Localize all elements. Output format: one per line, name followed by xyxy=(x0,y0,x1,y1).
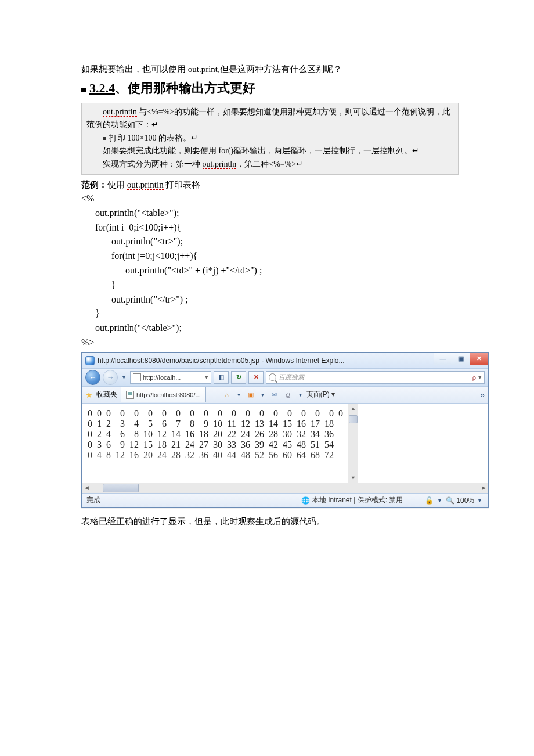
scroll-down-icon[interactable]: ▼ xyxy=(351,473,356,483)
table-cell: 39 xyxy=(252,440,266,450)
table-cell: 0 xyxy=(225,408,239,419)
table-row: 0369121518212427303336394245485154 xyxy=(88,440,345,450)
code-term-2: out.println xyxy=(203,160,237,169)
table-cell: 4 xyxy=(95,450,104,460)
table-cell: 16 xyxy=(183,429,197,440)
refresh-button[interactable]: ↻ xyxy=(231,371,246,384)
table-cell: 12 xyxy=(239,419,252,429)
address-bar[interactable]: http://localh... ▾ xyxy=(130,371,211,384)
toolbar-icons: ⌂▾ ▣▾ ✉ ⎙▾ 页面(P) ▾ xyxy=(221,390,335,400)
search-dropdown-icon[interactable]: ▾ xyxy=(478,373,482,381)
table-cell: 22 xyxy=(225,429,239,440)
table-cell: 15 xyxy=(280,419,294,429)
code-block: <% out.println("<table>"); for(int i=0;i… xyxy=(81,192,459,350)
back-button[interactable]: ← xyxy=(85,370,100,385)
table-cell: 33 xyxy=(225,440,239,450)
table-cell: 30 xyxy=(280,429,294,440)
nav-history-dropdown[interactable]: ▾ xyxy=(120,374,128,380)
example-text-a: 使用 xyxy=(107,180,127,189)
table-cell: 20 xyxy=(211,429,225,440)
ie-icon xyxy=(85,356,95,365)
table-cell: 56 xyxy=(266,450,280,460)
table-cell: 30 xyxy=(211,440,225,450)
section-heading: 3.2.4 、 使用那种输出方式更好 xyxy=(81,80,459,97)
table-cell: 36 xyxy=(197,450,211,460)
scroll-up-icon[interactable]: ▲ xyxy=(351,404,356,413)
page-menu[interactable]: 页面(P) ▾ xyxy=(306,390,335,399)
table-cell: 16 xyxy=(294,419,308,429)
browser-statusbar: 完成 🌐 本地 Intranet | 保护模式: 禁用 🔓 ▾ 🔍 100% ▾ xyxy=(82,493,488,507)
table-cell: 0 xyxy=(280,408,294,419)
overflow-chevron-icon[interactable]: » xyxy=(480,390,485,399)
table-cell: 36 xyxy=(322,429,336,440)
zoom-control[interactable]: 🔍 100% ▾ xyxy=(446,496,484,505)
compat-button[interactable]: ◧ xyxy=(214,371,229,384)
table-cell: 3 xyxy=(95,440,104,450)
table-cell: 8 xyxy=(183,419,197,429)
example-heading: 范例：使用 out.println 打印表格 xyxy=(81,179,459,190)
horizontal-scrollbar[interactable]: ◀ ▶ xyxy=(82,483,488,493)
table-cell: 7 xyxy=(169,419,183,429)
vertical-scrollbar[interactable]: ▲ ▼ xyxy=(348,404,358,483)
table-cell: 8 xyxy=(127,429,141,440)
table-cell: 15 xyxy=(141,440,155,450)
mail-icon[interactable]: ✉ xyxy=(269,390,280,400)
table-cell: 0 xyxy=(141,408,155,419)
window-title: http://localhost:8080/demo/basic/scriptl… xyxy=(98,357,345,365)
table-cell: 48 xyxy=(239,450,252,460)
table-cell: 12 xyxy=(113,450,127,460)
home-icon[interactable]: ⌂ xyxy=(221,390,233,400)
table-cell: 9 xyxy=(197,419,211,429)
explanation-box: out.println 与<%=%>的功能一样，如果要想知道使用那种更加方便，则… xyxy=(81,103,459,175)
table-cell: 12 xyxy=(127,440,141,450)
table-cell: 42 xyxy=(266,440,280,450)
scroll-right-icon[interactable]: ▶ xyxy=(479,485,488,491)
table-cell: 68 xyxy=(308,450,322,460)
table-cell: 6 xyxy=(104,440,113,450)
table-cell: 0 xyxy=(155,408,169,419)
table-cell: 0 xyxy=(95,408,104,419)
table-cell: 64 xyxy=(294,450,308,460)
search-box[interactable]: 百度搜索 ρ ▾ xyxy=(266,371,485,384)
rss-icon[interactable]: ▣ xyxy=(245,390,257,400)
window-close-button[interactable]: ✕ xyxy=(470,353,488,365)
table-cell: 21 xyxy=(169,440,183,450)
address-dropdown-icon[interactable]: ▾ xyxy=(205,373,208,381)
example-label-prefix: 范例： xyxy=(81,180,107,189)
code-term: out.println xyxy=(103,107,137,117)
table-cell: 6 xyxy=(155,419,169,429)
table-cell: 2 xyxy=(104,419,113,429)
stop-button[interactable]: ✕ xyxy=(248,371,264,384)
scroll-thumb[interactable] xyxy=(349,415,358,423)
heading-title: 使用那种输出方式更好 xyxy=(128,80,255,97)
explanation-line-3: 如果要想完成此功能，则要使用 for()循环输出，两层循环，一层控制行，一层控制… xyxy=(86,145,453,157)
forward-button[interactable]: → xyxy=(103,370,118,385)
table-cell: 0 xyxy=(127,408,141,419)
table-cell: 24 xyxy=(183,440,197,450)
window-minimize-button[interactable]: — xyxy=(434,353,452,365)
table-cell: 1 xyxy=(95,419,104,429)
page-icon xyxy=(133,373,141,381)
table-cell: 0 xyxy=(88,440,95,450)
list-bullet-icon xyxy=(103,137,106,140)
table-cell: 0 xyxy=(322,408,336,419)
table-cell: 0 xyxy=(336,408,345,419)
hscroll-thumb[interactable] xyxy=(103,484,139,492)
scroll-left-icon[interactable]: ◀ xyxy=(82,485,91,491)
status-done: 完成 xyxy=(86,495,100,505)
print-icon[interactable]: ⎙ xyxy=(283,390,294,400)
window-maximize-button[interactable]: ▣ xyxy=(452,353,470,365)
example-text-c: 打印表格 xyxy=(164,180,201,189)
table-cell: 0 xyxy=(113,408,127,419)
table-cell: 0 xyxy=(252,408,266,419)
table-cell: 4 xyxy=(127,419,141,429)
favorites-star-icon[interactable]: ★ xyxy=(85,390,93,399)
favorites-label[interactable]: 收藏夹 xyxy=(96,390,117,399)
current-tab[interactable]: http://localhost:8080/... xyxy=(121,387,206,402)
protected-mode-icon[interactable]: 🔓 xyxy=(425,496,434,505)
search-icon xyxy=(269,373,276,381)
table-cell: 28 xyxy=(266,429,280,440)
browser-titlebar: http://localhost:8080/demo/basic/scriptl… xyxy=(82,353,488,369)
table-cell: 3 xyxy=(113,419,127,429)
zone-globe-icon: 🌐 xyxy=(301,496,310,505)
